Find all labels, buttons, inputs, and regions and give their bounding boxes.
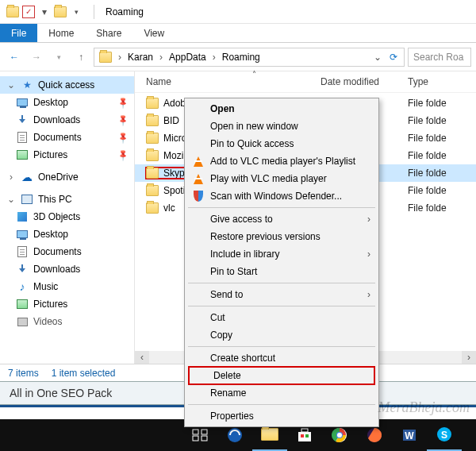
quick-access-toolbar-item[interactable]: ✓ <box>22 6 35 18</box>
svg-rect-0 <box>193 430 198 434</box>
file-type: File folde <box>408 202 471 214</box>
chevron-right-icon[interactable]: › <box>115 52 125 63</box>
nav-downloads[interactable]: Downloads📌 <box>0 111 134 129</box>
ctx-pin-start[interactable]: Pin to Start <box>186 263 377 280</box>
separator <box>188 306 375 306</box>
nav-music[interactable]: ♪Music <box>0 278 134 295</box>
tab-share[interactable]: Share <box>85 24 132 42</box>
scroll-right-icon[interactable]: › <box>462 351 476 364</box>
breadcrumb[interactable]: › Karan › AppData › Roaming ⌄ ⟳ <box>94 48 405 67</box>
separator <box>188 283 375 283</box>
nav-label: Documents <box>33 132 82 143</box>
chevron-right-icon[interactable]: › <box>156 52 166 63</box>
titlebar-caret-icon[interactable]: ▾ <box>38 6 51 18</box>
pictures-icon <box>16 298 29 310</box>
pin-icon: 📌 <box>117 131 129 144</box>
folder-icon <box>146 168 159 179</box>
explorer-folder-icon <box>54 6 67 18</box>
nav-documents-pc[interactable]: Documents <box>0 243 134 260</box>
ctx-create-shortcut[interactable]: Create shortcut <box>186 349 377 367</box>
vlc-icon <box>191 172 205 186</box>
status-selected: 1 item selected <box>52 368 116 379</box>
nav-label: Videos <box>33 316 62 327</box>
window-title: Roaming <box>99 6 144 17</box>
ctx-open-new-window[interactable]: Open in new window <box>186 118 377 135</box>
nav-pictures[interactable]: Pictures📌 <box>0 146 134 164</box>
nav-desktop-pc[interactable]: Desktop <box>0 226 134 243</box>
up-button[interactable]: ↑ <box>71 48 90 67</box>
nav-downloads-pc[interactable]: Downloads <box>0 260 134 278</box>
nav-3d-objects[interactable]: 3D Objects <box>0 208 134 226</box>
back-button[interactable]: ← <box>5 48 24 67</box>
column-headers[interactable]: ˄ Name Date modified Type <box>135 71 476 93</box>
desktop-icon <box>16 96 29 109</box>
refresh-button[interactable]: ⟳ <box>386 52 401 63</box>
nav-quick-access[interactable]: ⌄ ★ Quick access <box>0 76 134 94</box>
ctx-vlc-play[interactable]: Play with VLC media player <box>186 170 377 187</box>
breadcrumb-root-icon[interactable] <box>98 48 113 66</box>
app-icon <box>6 6 19 18</box>
taskbar-skype-icon[interactable]: S <box>427 419 462 451</box>
col-type[interactable]: Type <box>408 76 471 87</box>
pictures-icon <box>16 148 29 161</box>
ctx-properties[interactable]: Properties <box>186 407 377 425</box>
context-menu: Open Open in new window Pin to Quick acc… <box>184 98 379 427</box>
nav-desktop[interactable]: Desktop📌 <box>0 94 134 111</box>
ctx-give-access[interactable]: Give access to› <box>186 210 377 228</box>
svg-rect-8 <box>305 434 309 438</box>
nav-this-pc[interactable]: ⌄This PC <box>0 191 134 208</box>
nav-label: Quick access <box>38 79 94 91</box>
collapse-icon[interactable]: ⌄ <box>6 79 16 91</box>
nav-documents[interactable]: Documents📌 <box>0 129 134 146</box>
folder-icon <box>146 133 159 144</box>
nav-onedrive[interactable]: ›☁OneDrive <box>0 168 134 186</box>
collapse-icon[interactable]: ⌄ <box>6 194 16 205</box>
col-date[interactable]: Date modified <box>321 76 408 87</box>
folder-icon <box>146 98 159 109</box>
ctx-rename[interactable]: Rename <box>186 384 377 402</box>
pin-icon: 📌 <box>117 114 129 126</box>
file-type: File folde <box>408 168 471 179</box>
ctx-open[interactable]: Open <box>186 100 377 118</box>
svg-rect-2 <box>193 436 198 441</box>
status-count: 7 items <box>8 368 39 379</box>
ctx-vlc-add-playlist[interactable]: Add to VLC media player's Playlist <box>186 152 377 170</box>
nav-label: 3D Objects <box>33 211 80 222</box>
ribbon-tabs: File Home Share View <box>0 24 476 43</box>
history-caret-icon[interactable]: ▾ <box>49 48 68 67</box>
nav-pictures-pc[interactable]: Pictures <box>0 295 134 313</box>
download-icon <box>16 114 29 126</box>
nav-label: Music <box>33 281 58 292</box>
chevron-right-icon[interactable]: › <box>209 52 219 63</box>
ctx-send-to[interactable]: Send to› <box>186 286 377 303</box>
ctx-copy[interactable]: Copy <box>186 326 377 344</box>
breadcrumb-segment[interactable]: Karan <box>126 48 155 66</box>
expand-icon[interactable]: › <box>6 172 16 183</box>
ctx-cut[interactable]: Cut <box>186 309 377 326</box>
taskbar-word-icon[interactable]: W <box>392 419 427 451</box>
search-input[interactable]: Search Roa <box>408 48 471 67</box>
document-icon <box>16 131 29 144</box>
col-name[interactable]: Name <box>146 76 321 87</box>
nav-videos[interactable]: Videos <box>0 313 134 330</box>
ctx-pin-quick-access[interactable]: Pin to Quick access <box>186 135 377 152</box>
tab-home[interactable]: Home <box>37 24 85 42</box>
folder-icon <box>146 202 159 214</box>
breadcrumb-segment[interactable]: Roaming <box>221 48 262 66</box>
ctx-scan-defender[interactable]: Scan with Windows Defender... <box>186 187 377 205</box>
tab-file[interactable]: File <box>0 24 37 42</box>
svg-rect-3 <box>202 436 207 441</box>
breadcrumb-segment[interactable]: AppData <box>167 48 208 66</box>
nav-label: OneDrive <box>38 172 79 183</box>
address-dropdown-icon[interactable]: ⌄ <box>370 52 385 63</box>
svg-text:S: S <box>441 430 447 441</box>
scroll-left-icon[interactable]: ‹ <box>135 351 149 364</box>
nav-label: Desktop <box>33 97 68 108</box>
svg-rect-6 <box>301 429 308 432</box>
tab-view[interactable]: View <box>132 24 175 42</box>
nav-label: Desktop <box>33 229 68 240</box>
ctx-include-library[interactable]: Include in library› <box>186 245 377 263</box>
titlebar-overflow-icon[interactable]: ▾ <box>70 6 83 18</box>
ctx-restore-versions[interactable]: Restore previous versions <box>186 228 377 245</box>
ctx-delete[interactable]: Delete <box>188 366 375 385</box>
